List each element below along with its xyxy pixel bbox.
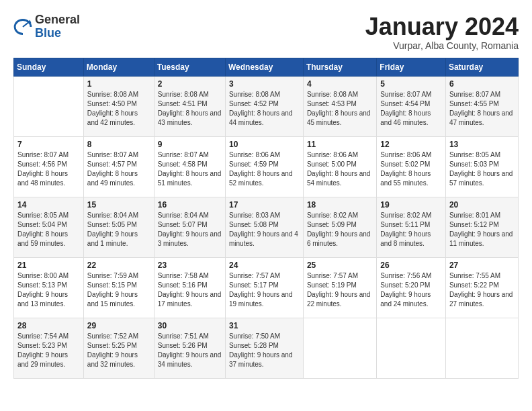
day-info: Sunrise: 7:56 AM Sunset: 5:20 PM Dayligh… — [380, 271, 442, 309]
day-number: 22 — [87, 261, 150, 270]
day-number: 29 — [87, 321, 150, 330]
calendar-cell — [377, 318, 446, 378]
day-number: 12 — [380, 140, 442, 149]
calendar-cell: 13Sunrise: 8:05 AM Sunset: 5:03 PM Dayli… — [445, 136, 518, 197]
day-number: 30 — [158, 321, 222, 330]
day-info: Sunrise: 7:58 AM Sunset: 5:16 PM Dayligh… — [158, 271, 222, 309]
day-number: 1 — [87, 79, 150, 89]
day-number: 3 — [229, 79, 300, 89]
day-info: Sunrise: 8:06 AM Sunset: 5:00 PM Dayligh… — [307, 150, 373, 188]
day-number: 2 — [158, 79, 222, 89]
day-number: 5 — [380, 79, 442, 89]
day-info: Sunrise: 8:05 AM Sunset: 5:04 PM Dayligh… — [17, 211, 80, 248]
day-number: 15 — [87, 200, 150, 210]
day-number: 7 — [17, 140, 80, 149]
calendar-cell: 17Sunrise: 8:03 AM Sunset: 5:08 PM Dayli… — [225, 197, 303, 257]
calendar-cell: 28Sunrise: 7:54 AM Sunset: 5:23 PM Dayli… — [14, 318, 84, 378]
calendar-week-row: 21Sunrise: 8:00 AM Sunset: 5:13 PM Dayli… — [14, 257, 519, 318]
day-number: 18 — [307, 200, 373, 210]
calendar-cell: 9Sunrise: 8:07 AM Sunset: 4:58 PM Daylig… — [154, 136, 225, 197]
col-wednesday: Wednesday — [225, 58, 303, 76]
day-info: Sunrise: 8:01 AM Sunset: 5:12 PM Dayligh… — [449, 211, 515, 248]
calendar-cell: 30Sunrise: 7:51 AM Sunset: 5:26 PM Dayli… — [154, 318, 225, 378]
logo-blue-text: Blue — [35, 26, 61, 40]
calendar-week-row: 1Sunrise: 8:08 AM Sunset: 4:50 PM Daylig… — [14, 76, 519, 136]
calendar-cell: 27Sunrise: 7:55 AM Sunset: 5:22 PM Dayli… — [445, 257, 518, 318]
day-number: 9 — [158, 140, 222, 149]
day-info: Sunrise: 8:07 AM Sunset: 4:54 PM Dayligh… — [380, 90, 442, 128]
calendar-cell: 10Sunrise: 8:06 AM Sunset: 4:59 PM Dayli… — [225, 136, 303, 197]
day-number: 13 — [449, 140, 515, 149]
day-info: Sunrise: 7:54 AM Sunset: 5:23 PM Dayligh… — [17, 332, 80, 369]
day-info: Sunrise: 8:04 AM Sunset: 5:07 PM Dayligh… — [158, 211, 222, 248]
calendar-cell: 4Sunrise: 8:08 AM Sunset: 4:53 PM Daylig… — [303, 76, 376, 136]
day-info: Sunrise: 8:06 AM Sunset: 4:59 PM Dayligh… — [229, 150, 300, 188]
col-sunday: Sunday — [14, 58, 84, 76]
title-block: January 2024 Vurpar, Alba County, Romani… — [365, 13, 519, 51]
col-thursday: Thursday — [303, 58, 376, 76]
calendar-cell: 1Sunrise: 8:08 AM Sunset: 4:50 PM Daylig… — [83, 76, 154, 136]
day-info: Sunrise: 8:08 AM Sunset: 4:52 PM Dayligh… — [229, 90, 300, 128]
calendar-cell: 18Sunrise: 8:02 AM Sunset: 5:09 PM Dayli… — [303, 197, 376, 257]
day-number: 6 — [449, 79, 515, 89]
day-number: 31 — [229, 321, 300, 330]
day-number: 24 — [229, 261, 300, 270]
day-info: Sunrise: 8:03 AM Sunset: 5:08 PM Dayligh… — [229, 211, 300, 248]
day-info: Sunrise: 7:51 AM Sunset: 5:26 PM Dayligh… — [158, 332, 222, 369]
calendar-cell — [14, 76, 84, 136]
month-title: January 2024 — [365, 13, 519, 40]
day-number: 14 — [17, 200, 80, 210]
day-info: Sunrise: 7:57 AM Sunset: 5:17 PM Dayligh… — [229, 271, 300, 309]
calendar-cell: 11Sunrise: 8:06 AM Sunset: 5:00 PM Dayli… — [303, 136, 376, 197]
calendar-cell: 5Sunrise: 8:07 AM Sunset: 4:54 PM Daylig… — [377, 76, 446, 136]
calendar-week-row: 7Sunrise: 8:07 AM Sunset: 4:56 PM Daylig… — [14, 136, 519, 197]
calendar-cell: 6Sunrise: 8:07 AM Sunset: 4:55 PM Daylig… — [445, 76, 518, 136]
day-info: Sunrise: 8:02 AM Sunset: 5:09 PM Dayligh… — [307, 211, 373, 248]
day-number: 10 — [229, 140, 300, 149]
day-info: Sunrise: 8:08 AM Sunset: 4:53 PM Dayligh… — [307, 90, 373, 128]
day-number: 26 — [380, 261, 442, 270]
calendar-cell: 14Sunrise: 8:05 AM Sunset: 5:04 PM Dayli… — [14, 197, 84, 257]
day-number: 23 — [158, 261, 222, 270]
calendar-cell: 8Sunrise: 8:07 AM Sunset: 4:57 PM Daylig… — [83, 136, 154, 197]
day-number: 19 — [380, 200, 442, 210]
day-info: Sunrise: 8:02 AM Sunset: 5:11 PM Dayligh… — [380, 211, 442, 248]
calendar-week-row: 28Sunrise: 7:54 AM Sunset: 5:23 PM Dayli… — [14, 318, 519, 378]
calendar-cell: 29Sunrise: 7:52 AM Sunset: 5:25 PM Dayli… — [83, 318, 154, 378]
col-saturday: Saturday — [445, 58, 518, 76]
day-info: Sunrise: 8:04 AM Sunset: 5:05 PM Dayligh… — [87, 211, 150, 248]
calendar-cell: 25Sunrise: 7:57 AM Sunset: 5:19 PM Dayli… — [303, 257, 376, 318]
logo-general-text: General — [35, 13, 80, 26]
day-number: 27 — [449, 261, 515, 270]
logo: General Blue — [13, 13, 80, 40]
col-friday: Friday — [377, 58, 446, 76]
calendar-cell: 12Sunrise: 8:06 AM Sunset: 5:02 PM Dayli… — [377, 136, 446, 197]
calendar-cell — [303, 318, 376, 378]
col-tuesday: Tuesday — [154, 58, 225, 76]
day-info: Sunrise: 8:05 AM Sunset: 5:03 PM Dayligh… — [449, 150, 515, 188]
day-info: Sunrise: 8:07 AM Sunset: 4:55 PM Dayligh… — [449, 90, 515, 128]
calendar-cell: 21Sunrise: 8:00 AM Sunset: 5:13 PM Dayli… — [14, 257, 84, 318]
calendar-cell: 23Sunrise: 7:58 AM Sunset: 5:16 PM Dayli… — [154, 257, 225, 318]
calendar-cell: 15Sunrise: 8:04 AM Sunset: 5:05 PM Dayli… — [83, 197, 154, 257]
day-info: Sunrise: 8:08 AM Sunset: 4:51 PM Dayligh… — [158, 90, 222, 128]
header-row: Sunday Monday Tuesday Wednesday Thursday… — [14, 58, 519, 76]
calendar-cell: 26Sunrise: 7:56 AM Sunset: 5:20 PM Dayli… — [377, 257, 446, 318]
calendar-body: 1Sunrise: 8:08 AM Sunset: 4:50 PM Daylig… — [14, 76, 519, 378]
day-info: Sunrise: 7:50 AM Sunset: 5:28 PM Dayligh… — [229, 332, 300, 369]
day-info: Sunrise: 8:08 AM Sunset: 4:50 PM Dayligh… — [87, 90, 150, 128]
day-info: Sunrise: 7:52 AM Sunset: 5:25 PM Dayligh… — [87, 332, 150, 369]
logo-icon — [13, 17, 32, 36]
day-info: Sunrise: 7:55 AM Sunset: 5:22 PM Dayligh… — [449, 271, 515, 309]
col-monday: Monday — [83, 58, 154, 76]
day-info: Sunrise: 8:07 AM Sunset: 4:56 PM Dayligh… — [17, 150, 80, 188]
calendar-cell: 22Sunrise: 7:59 AM Sunset: 5:15 PM Dayli… — [83, 257, 154, 318]
location-text: Vurpar, Alba County, Romania — [365, 40, 519, 51]
day-number: 25 — [307, 261, 373, 270]
calendar-cell: 7Sunrise: 8:07 AM Sunset: 4:56 PM Daylig… — [14, 136, 84, 197]
calendar-cell: 20Sunrise: 8:01 AM Sunset: 5:12 PM Dayli… — [445, 197, 518, 257]
day-number: 16 — [158, 200, 222, 210]
day-number: 4 — [307, 79, 373, 89]
calendar-cell: 2Sunrise: 8:08 AM Sunset: 4:51 PM Daylig… — [154, 76, 225, 136]
day-number: 20 — [449, 200, 515, 210]
